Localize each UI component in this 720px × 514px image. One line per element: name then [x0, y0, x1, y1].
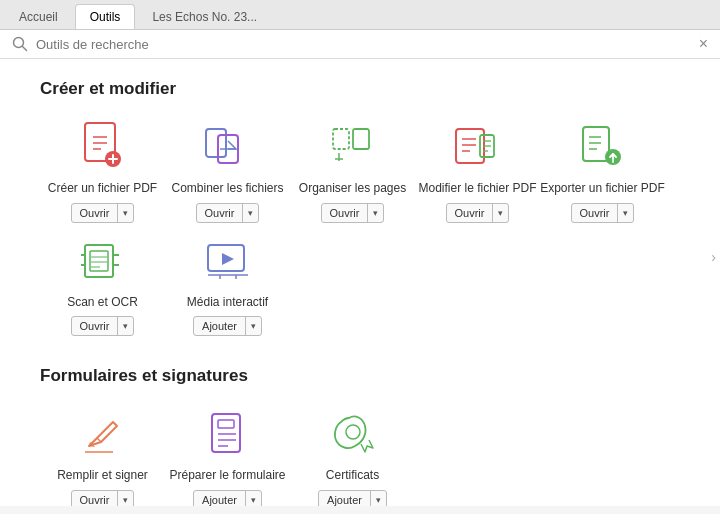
svg-marker-40: [222, 253, 234, 265]
preparer-arrow[interactable]: ▾: [246, 492, 261, 506]
combiner-button[interactable]: Ouvrir ▾: [196, 203, 260, 223]
combiner-icon: [200, 119, 256, 175]
exporter-label: Exporter un fichier PDF: [540, 181, 665, 197]
certificats-label: Certificats: [326, 468, 379, 484]
formulaires-tools-grid: Remplir et signer Ouvrir ▾: [40, 406, 680, 506]
svg-rect-12: [333, 129, 349, 149]
media-arrow[interactable]: ▾: [246, 318, 261, 334]
organiser-icon: [325, 119, 381, 175]
svg-rect-30: [85, 245, 113, 277]
scan-ocr-label: Scan et OCR: [67, 295, 138, 311]
tool-combiner: Combiner les fichiers Ouvrir ▾: [165, 119, 290, 223]
tool-certificats: Certificats Ajouter ▾: [290, 406, 415, 506]
main-content: Créer et modifier Créer un fichier PDF: [0, 59, 720, 506]
section-formulaires: Formulaires et signatures Remplir et sig…: [40, 366, 680, 506]
svg-line-1: [23, 47, 27, 51]
combiner-arrow[interactable]: ▾: [243, 205, 258, 221]
scan-ocr-arrow[interactable]: ▾: [118, 318, 133, 334]
organiser-button[interactable]: Ouvrir ▾: [321, 203, 385, 223]
search-bar: ×: [0, 30, 720, 59]
modifier-label: Modifier le fichier PDF: [418, 181, 536, 197]
certificats-icon: [325, 406, 381, 462]
combiner-label: Combiner les fichiers: [171, 181, 283, 197]
modifier-button[interactable]: Ouvrir ▾: [446, 203, 510, 223]
tool-creer-pdf: Créer un fichier PDF Ouvrir ▾: [40, 119, 165, 223]
search-input[interactable]: [36, 37, 691, 52]
tool-media: Média interactif Ajouter ▾: [165, 233, 290, 337]
tool-exporter: Exporter un fichier PDF Ouvrir ▾: [540, 119, 665, 223]
section-creer-title: Créer et modifier: [40, 79, 680, 99]
preparer-label: Préparer le formulaire: [169, 468, 285, 484]
tab-bar: Accueil Outils Les Echos No. 23...: [0, 0, 720, 30]
tab-echos[interactable]: Les Echos No. 23...: [137, 4, 272, 29]
scan-ocr-icon: [75, 233, 131, 289]
scroll-right-indicator: ›: [711, 249, 716, 265]
section-creer-modifier: Créer et modifier Créer un fichier PDF: [40, 79, 680, 336]
creer-pdf-label: Créer un fichier PDF: [48, 181, 157, 197]
modifier-icon: [450, 119, 506, 175]
creer-pdf-arrow[interactable]: ▾: [118, 205, 133, 221]
modifier-arrow[interactable]: ▾: [493, 205, 508, 221]
tab-outils[interactable]: Outils: [75, 4, 136, 29]
tool-organiser: Organiser les pages Ouvrir ▾: [290, 119, 415, 223]
tool-preparer: Préparer le formulaire Ajouter ▾: [165, 406, 290, 506]
svg-point-50: [346, 425, 360, 439]
svg-rect-35: [90, 251, 108, 271]
preparer-icon: [200, 406, 256, 462]
section-formulaires-title: Formulaires et signatures: [40, 366, 680, 386]
certificats-button[interactable]: Ajouter ▾: [318, 490, 387, 506]
svg-rect-13: [353, 129, 369, 149]
creer-tools-grid: Créer un fichier PDF Ouvrir ▾ Combiner l: [40, 119, 680, 336]
scan-ocr-button[interactable]: Ouvrir ▾: [71, 316, 135, 336]
svg-rect-46: [218, 420, 234, 428]
exporter-icon: [575, 119, 631, 175]
organiser-arrow[interactable]: ▾: [368, 205, 383, 221]
organiser-label: Organiser les pages: [299, 181, 406, 197]
exporter-button[interactable]: Ouvrir ▾: [571, 203, 635, 223]
media-icon: [200, 233, 256, 289]
creer-pdf-icon: [75, 119, 131, 175]
certificats-arrow[interactable]: ▾: [371, 492, 386, 506]
svg-rect-9: [206, 129, 226, 157]
tab-accueil[interactable]: Accueil: [4, 4, 73, 29]
creer-pdf-button[interactable]: Ouvrir ▾: [71, 203, 135, 223]
close-icon[interactable]: ×: [699, 36, 708, 52]
media-label: Média interactif: [187, 295, 268, 311]
tool-remplir-signer: Remplir et signer Ouvrir ▾: [40, 406, 165, 506]
tool-scan-ocr: Scan et OCR Ouvrir ▾: [40, 233, 165, 337]
remplir-signer-arrow[interactable]: ▾: [118, 492, 133, 506]
search-icon: [12, 36, 28, 52]
remplir-signer-icon: [75, 406, 131, 462]
preparer-button[interactable]: Ajouter ▾: [193, 490, 262, 506]
tool-modifier: Modifier le fichier PDF Ouvrir ▾: [415, 119, 540, 223]
exporter-arrow[interactable]: ▾: [618, 205, 633, 221]
remplir-signer-button[interactable]: Ouvrir ▾: [71, 490, 135, 506]
media-button[interactable]: Ajouter ▾: [193, 316, 262, 336]
remplir-signer-label: Remplir et signer: [57, 468, 148, 484]
